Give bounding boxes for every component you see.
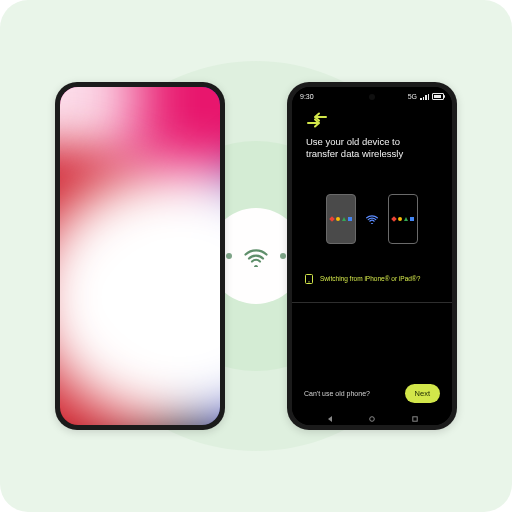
- svg-point-2: [370, 417, 375, 422]
- pulse-dot: [226, 253, 232, 259]
- battery-icon: [432, 93, 444, 100]
- next-button[interactable]: Next: [405, 384, 440, 403]
- mini-phones-illustration: [292, 194, 452, 244]
- shape-square-icon: [348, 217, 352, 221]
- nav-back-icon[interactable]: [325, 416, 335, 422]
- target-phone-frame: 9:30 5G: [287, 82, 457, 430]
- nav-home-icon[interactable]: [367, 416, 377, 422]
- wifi-icon: [244, 245, 268, 267]
- signal-icon: [420, 94, 429, 100]
- switch-from-iphone-label: Switching from iPhone® or iPad®?: [320, 275, 420, 282]
- headline-line-1: Use your old device to: [306, 136, 438, 148]
- shape-triangle-icon: [342, 217, 346, 221]
- ios-wallpaper: [60, 87, 220, 425]
- svg-rect-3: [412, 417, 416, 421]
- headline-line-2: transfer data wirelessly: [306, 148, 438, 160]
- status-time: 9:30: [300, 93, 314, 100]
- status-network-label: 5G: [408, 93, 417, 100]
- divider: [292, 302, 452, 303]
- device-ipad-icon: [304, 274, 314, 284]
- mini-phone-source: [326, 194, 356, 244]
- shape-triangle-icon: [404, 217, 408, 221]
- shape-diamond-icon: [329, 216, 335, 222]
- pulse-dot: [280, 253, 286, 259]
- shape-square-icon: [410, 217, 414, 221]
- cant-use-old-phone-link[interactable]: Can't use old phone?: [304, 390, 370, 397]
- source-phone-screen: [60, 87, 220, 425]
- system-nav-bar: [292, 415, 452, 425]
- shape-circle-icon: [336, 217, 340, 221]
- migrate-icon: [306, 112, 452, 128]
- shape-diamond-icon: [391, 216, 397, 222]
- switch-from-iphone-link[interactable]: Switching from iPhone® or iPad®?: [304, 274, 440, 284]
- source-phone-frame: [55, 82, 225, 430]
- footer-row: Can't use old phone? Next: [292, 374, 452, 415]
- svg-rect-1: [308, 281, 310, 282]
- setup-headline: Use your old device to transfer data wir…: [292, 136, 452, 160]
- mini-phone-target: [388, 194, 418, 244]
- illustration-stage: 9:30 5G: [0, 0, 512, 512]
- nav-recents-icon[interactable]: [410, 416, 420, 422]
- camera-punch-hole: [369, 94, 375, 100]
- wifi-icon: [366, 214, 378, 224]
- shape-circle-icon: [398, 217, 402, 221]
- target-phone-screen: 9:30 5G: [292, 87, 452, 425]
